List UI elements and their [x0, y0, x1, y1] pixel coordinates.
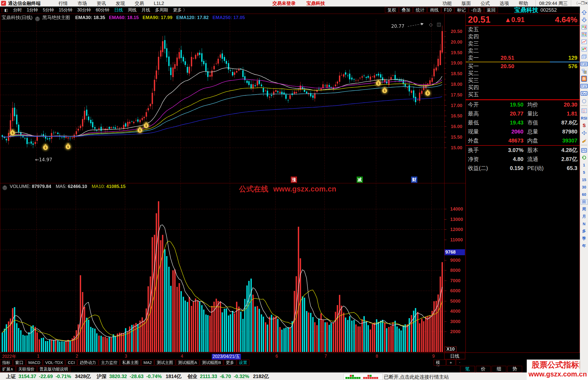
strip-RSI[interactable]: RSI: [580, 114, 588, 122]
period-tab-多周期[interactable]: 多周期: [155, 8, 168, 12]
strip-waves-icon[interactable]: [580, 107, 588, 114]
indicator-tab-私募主图[interactable]: 私募主图: [120, 360, 141, 366]
strip-周[interactable]: 周: [580, 205, 588, 213]
menu-item-公式[interactable]: 公式: [480, 1, 490, 6]
template-control-模板[interactable]: 模板: [434, 360, 446, 366]
window-control-1[interactable]: ─: [578, 1, 581, 5]
period-tab-60分钟[interactable]: 60分钟: [96, 8, 109, 12]
indicator-tab-VOL-TDX[interactable]: VOL-TDX: [43, 360, 65, 366]
strip-月[interactable]: 月: [580, 213, 588, 220]
strip-tree-icon[interactable]: [580, 68, 588, 75]
collapse-chevron-icon[interactable]: ˇ: [35, 17, 40, 21]
strip-F5[interactable]: F5: [580, 147, 588, 154]
indicator-tab-趋势动力[interactable]: 趋势动力: [78, 360, 98, 366]
menu-item-发现[interactable]: 发现: [116, 1, 125, 6]
strip-年[interactable]: 年: [580, 242, 588, 250]
indicator-tab-窗口[interactable]: 窗口: [13, 360, 26, 366]
strip-N[interactable]: N: [580, 220, 588, 227]
menu-item-市场[interactable]: 市场: [78, 1, 87, 6]
strip-arrow-up-icon[interactable]: [580, 9, 588, 16]
quick-stock-link[interactable]: 宝鼎科技: [307, 0, 325, 7]
indicator-tab-MACD[interactable]: MACD: [26, 360, 42, 366]
menu-item-资讯[interactable]: 资讯: [97, 1, 106, 6]
strip-季[interactable]: 季: [580, 235, 588, 242]
strip-report-icon[interactable]: [580, 23, 588, 31]
indicator-tab-更多[interactable]: 更多: [224, 360, 236, 366]
strip-60[interactable]: 60: [580, 191, 588, 198]
strip-F12[interactable]: F12: [580, 82, 588, 90]
period-tab-30分钟[interactable]: 30分钟: [77, 8, 91, 12]
period-tab-15分钟[interactable]: 15分钟: [59, 8, 72, 12]
indicator-tab-测试幅图A[interactable]: 测试幅图A: [176, 360, 199, 366]
period-tab-1分钟[interactable]: 1分钟: [27, 8, 38, 12]
period-tab-分时[interactable]: 分时: [13, 8, 22, 12]
split-pane-icon[interactable]: ◫: [437, 22, 441, 27]
window-control-0[interactable]: 〈: [574, 1, 578, 5]
menu-item-功能[interactable]: 功能: [442, 1, 452, 6]
indicator-tab-MA2[interactable]: MA2: [141, 360, 154, 366]
period-tab-月线[interactable]: 月线: [141, 8, 150, 12]
indicator-tab-指标[interactable]: 指标: [0, 360, 13, 366]
strip-日[interactable]: 日: [580, 198, 588, 205]
indicator-tab-测试主图[interactable]: 测试主图: [155, 360, 175, 366]
toolbar-button-返回[interactable]: 返回: [484, 7, 498, 13]
strip-move-icon[interactable]: [580, 129, 588, 136]
disconnect-message[interactable]: 已断开,点击此处连接行情主站: [384, 374, 449, 380]
toolbar-button-F10[interactable]: F10: [442, 7, 454, 13]
strip-15[interactable]: 15: [580, 176, 588, 183]
toolbar-button-复权[interactable]: 复权: [385, 7, 399, 13]
diamond-marker-icon[interactable]: ◇: [429, 22, 433, 28]
expand-tab-扩展∧[interactable]: 扩展∧: [0, 366, 16, 372]
strip-line-chart-icon[interactable]: [580, 38, 588, 45]
expand-tab-关联报价[interactable]: 关联报价: [16, 366, 37, 372]
indicator-tab-CCI[interactable]: CCI: [66, 360, 77, 366]
toolbar-button-标记[interactable]: 标记: [455, 7, 468, 13]
window-control-2[interactable]: ❐: [581, 1, 584, 5]
main-indicator-name[interactable]: 黑马绝技主图: [42, 15, 70, 20]
window-control-3[interactable]: ✕: [584, 1, 588, 5]
tick-tab-价[interactable]: 价: [476, 366, 491, 372]
menu-item-交易[interactable]: 交易: [135, 1, 144, 6]
date-axis[interactable]: 2022年12342023/04/21/五6789: [0, 353, 444, 360]
strip-refresh-icon[interactable]: [580, 154, 588, 161]
tick-tab-势[interactable]: 势: [507, 366, 522, 372]
menu-item-选项[interactable]: 选项: [500, 1, 509, 6]
tick-tab-笔[interactable]: 笔: [460, 366, 475, 372]
strip-pencil-icon[interactable]: [580, 136, 588, 144]
menu-item-行情[interactable]: 行情: [59, 1, 68, 6]
strip-F10[interactable]: F10: [580, 60, 588, 68]
toolbar-button--自选[interactable]: -自选: [469, 7, 484, 13]
strip-◯[interactable]: ◯: [580, 97, 588, 104]
strip-1[interactable]: 1: [580, 161, 588, 169]
menu-item-帮助[interactable]: 帮助: [519, 1, 528, 6]
strip-candles-icon[interactable]: [580, 45, 588, 53]
strip-自[interactable]: 自: [580, 75, 588, 82]
indicator-tab-测试幅图B[interactable]: 测试幅图B: [200, 360, 223, 366]
toolbar-button-画线[interactable]: 画线: [427, 7, 441, 13]
strip-table-icon[interactable]: [580, 31, 588, 38]
period-tab-日线[interactable]: 日线: [114, 8, 123, 12]
login-status[interactable]: 交易未登录: [272, 0, 296, 7]
strip-f(x)[interactable]: f(x): [580, 90, 588, 97]
tick-tab-细[interactable]: 细: [492, 366, 506, 372]
template-control-+[interactable]: +: [446, 360, 455, 366]
indicator-tab-设置[interactable]: 设置: [237, 360, 249, 366]
period-label-box[interactable]: 日线: [444, 353, 465, 359]
indicator-tab-主力监控[interactable]: 主力监控: [99, 360, 120, 366]
period-tab-周线[interactable]: 周线: [128, 8, 136, 12]
pane-layout-icon[interactable]: ◧: [2, 8, 8, 12]
strip-S[interactable]: S: [580, 122, 588, 129]
strip-cards-icon[interactable]: [580, 53, 588, 60]
period-tab-5分钟[interactable]: 5分钟: [43, 8, 54, 12]
toolbar-button-叠加[interactable]: 叠加: [399, 7, 413, 13]
strip-30[interactable]: 30: [580, 183, 588, 191]
collapse-chevron-icon[interactable]: ˇ: [2, 186, 7, 190]
toolbar-button-统计[interactable]: 统计: [413, 7, 427, 13]
strip-5[interactable]: 5: [580, 169, 588, 176]
expand-tab-普及版功能说明[interactable]: 普及版功能说明: [37, 366, 70, 372]
strip-arrow-down-icon[interactable]: [580, 16, 588, 23]
menu-item-L1L2[interactable]: L1L2: [154, 1, 164, 6]
period-tab-更多 〉[interactable]: 更多 〉: [173, 8, 187, 12]
strip-多[interactable]: 多: [580, 227, 588, 235]
menu-item-版面[interactable]: 版面: [461, 1, 471, 6]
